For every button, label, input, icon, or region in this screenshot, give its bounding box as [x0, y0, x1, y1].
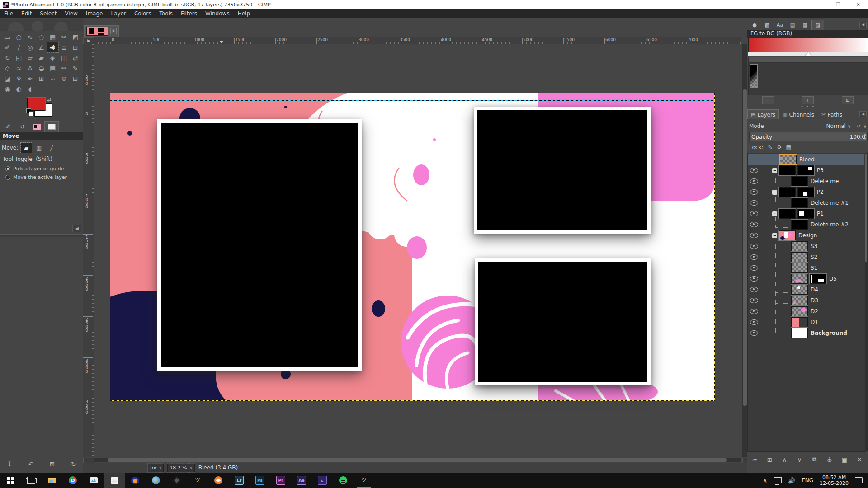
- visibility-eye-icon[interactable]: [750, 276, 758, 282]
- layer-name[interactable]: D3: [811, 297, 818, 304]
- layer-name[interactable]: Design: [798, 232, 817, 239]
- taskbar-task-view-icon[interactable]: [21, 473, 42, 488]
- layer-name[interactable]: Delete me #1: [811, 200, 849, 206]
- taskbar-blender-icon[interactable]: [208, 473, 229, 488]
- visibility-eye-icon[interactable]: [750, 200, 758, 206]
- raise-layer-button[interactable]: ∧: [778, 455, 791, 465]
- menu-item-file[interactable]: File: [0, 9, 17, 18]
- layer-row-delete-me-2[interactable]: Delete me #2: [748, 219, 864, 230]
- layer-name[interactable]: Background: [811, 330, 847, 336]
- visibility-eye-icon[interactable]: [750, 189, 758, 195]
- default-colors-icon[interactable]: [26, 108, 33, 116]
- tool-eraser-icon[interactable]: ◪: [2, 73, 13, 84]
- taskbar-photos-icon[interactable]: [104, 473, 125, 488]
- visibility-eye-icon[interactable]: [750, 309, 758, 314]
- tool-ellipse-select-icon[interactable]: ○: [13, 32, 24, 42]
- tool-blur-sharpen-icon[interactable]: ◉: [2, 84, 13, 94]
- visibility-eye-icon[interactable]: [750, 233, 758, 238]
- restore-button[interactable]: ❐: [828, 0, 848, 9]
- dock-tab-palettes[interactable]: ▦: [799, 20, 811, 30]
- close-button[interactable]: ✕: [848, 0, 868, 9]
- tab-paths[interactable]: ✂Paths: [818, 109, 846, 120]
- opacity-spinner[interactable]: ▲▼: [864, 132, 868, 141]
- layer-row-s2[interactable]: S2: [748, 252, 864, 263]
- reset-tool-preset-button[interactable]: ↻: [67, 459, 80, 469]
- layer-row-delete-me-1[interactable]: Delete me #1: [748, 197, 864, 208]
- layer-name[interactable]: P3: [817, 167, 824, 174]
- dock-tab-brushes[interactable]: ●: [748, 20, 761, 30]
- layer-row-d3[interactable]: D3: [748, 295, 864, 306]
- tool-clone-icon[interactable]: ⊞: [36, 73, 47, 84]
- tray-chevron-icon[interactable]: ∧: [763, 477, 767, 484]
- gradient-list[interactable]: [748, 63, 868, 95]
- expander-icon[interactable]: −: [772, 233, 777, 238]
- tool-align-icon[interactable]: ≣: [58, 42, 70, 52]
- dock-tab-tool-options[interactable]: ✐: [1, 121, 15, 132]
- taskbar-file-explorer-icon[interactable]: [42, 473, 62, 488]
- layer-row-background[interactable]: Background: [748, 328, 864, 338]
- tool-perspective-icon[interactable]: ▰: [36, 52, 47, 63]
- anchor-layer-button[interactable]: ⚓: [823, 455, 836, 465]
- tool-flip-icon[interactable]: ⇄: [70, 52, 81, 63]
- action-center-icon[interactable]: [855, 477, 863, 483]
- tool-free-select-icon[interactable]: ∿: [24, 32, 36, 42]
- zoom-in-button[interactable]: +: [802, 96, 814, 104]
- menu-item-windows[interactable]: Windows: [201, 9, 234, 18]
- tool-rotate-icon[interactable]: ↻: [2, 52, 13, 63]
- restore-tool-preset-button[interactable]: ↶: [24, 459, 38, 469]
- layer-row-p1[interactable]: −P1: [748, 208, 864, 219]
- menu-item-image[interactable]: Image: [82, 9, 107, 18]
- opacity-slider[interactable]: Opacity 100.0: [749, 132, 868, 141]
- menu-item-edit[interactable]: Edit: [17, 9, 36, 18]
- move-path-button[interactable]: ╱: [46, 143, 57, 153]
- dock-tab-gradients[interactable]: ▨: [811, 20, 824, 30]
- clock[interactable]: 08:52 AM12-05-2020: [820, 474, 849, 486]
- expander-icon[interactable]: −: [772, 211, 777, 216]
- tool-dodge-burn-icon[interactable]: ◐: [13, 84, 24, 94]
- tool-fuzzy-select-icon[interactable]: ◌: [36, 32, 47, 42]
- canvas-image[interactable]: [110, 93, 715, 401]
- layer-name[interactable]: D1: [811, 319, 818, 325]
- taskbar-adobe-media-app-icon[interactable]: ◣: [312, 473, 333, 488]
- dock-collapse-icon[interactable]: ◀: [72, 225, 81, 232]
- layer-row-delete-me[interactable]: Delete me: [748, 176, 864, 187]
- tool-text-icon[interactable]: A: [24, 63, 36, 73]
- taskbar-audacity-icon[interactable]: [125, 473, 146, 488]
- lock-alpha-icon[interactable]: ▦: [786, 144, 791, 150]
- taskbar-inkscape-icon[interactable]: [166, 473, 187, 488]
- dock-tab-patterns[interactable]: ▩: [761, 20, 774, 30]
- tool-select-by-color-icon[interactable]: ▦: [47, 32, 58, 42]
- zoom-dropdown[interactable]: 18.2 %∨: [167, 464, 194, 472]
- taskbar-photoshop-icon[interactable]: Ps: [250, 473, 270, 488]
- zoom-out-button[interactable]: −: [762, 96, 774, 104]
- dock-collapse-icon[interactable]: ◀: [859, 111, 867, 117]
- image-tab[interactable]: ✕: [84, 25, 119, 37]
- tool-crop-icon[interactable]: ⊡: [70, 42, 81, 52]
- layer-name[interactable]: Bleed: [799, 156, 815, 163]
- menu-item-tools[interactable]: Tools: [156, 9, 177, 18]
- guide-horizontal-bottom[interactable]: [110, 393, 715, 393]
- layer-name[interactable]: S3: [811, 243, 817, 249]
- visibility-eye-icon[interactable]: [750, 330, 758, 336]
- visibility-eye-icon[interactable]: [750, 254, 758, 260]
- visibility-eye-icon[interactable]: [750, 211, 758, 216]
- delete-tool-preset-button[interactable]: ⊠: [46, 459, 59, 469]
- tool-perspective-clone-icon[interactable]: ⊟: [70, 73, 81, 84]
- tool-handle-transform-icon[interactable]: ◈: [47, 52, 58, 63]
- language-indicator[interactable]: ENG: [802, 477, 813, 483]
- merge-layer-button[interactable]: ▣: [838, 455, 851, 465]
- tool-rectangle-select-icon[interactable]: ▭: [2, 32, 13, 42]
- lock-position-icon[interactable]: ✥: [777, 144, 781, 150]
- taskbar-media-app-icon[interactable]: [83, 473, 104, 488]
- guide-vertical-left[interactable]: [118, 93, 118, 401]
- swap-colors-icon[interactable]: ⇄: [47, 97, 54, 102]
- menu-item-filters[interactable]: Filters: [177, 9, 201, 18]
- layer-name[interactable]: Delete me: [811, 178, 839, 184]
- delete-layer-button[interactable]: ✕: [853, 455, 866, 465]
- visibility-eye-icon[interactable]: [750, 319, 758, 325]
- horizontal-ruler[interactable]: 0500100015002000250030003500400045005000…: [94, 37, 741, 45]
- tool-scissors-select-icon[interactable]: ✂: [58, 32, 70, 42]
- tool-shear-icon[interactable]: ▱: [24, 52, 36, 63]
- tool-paintbrush-icon[interactable]: ✎: [70, 63, 81, 73]
- layer-row-bleed[interactable]: Bleed: [748, 154, 864, 165]
